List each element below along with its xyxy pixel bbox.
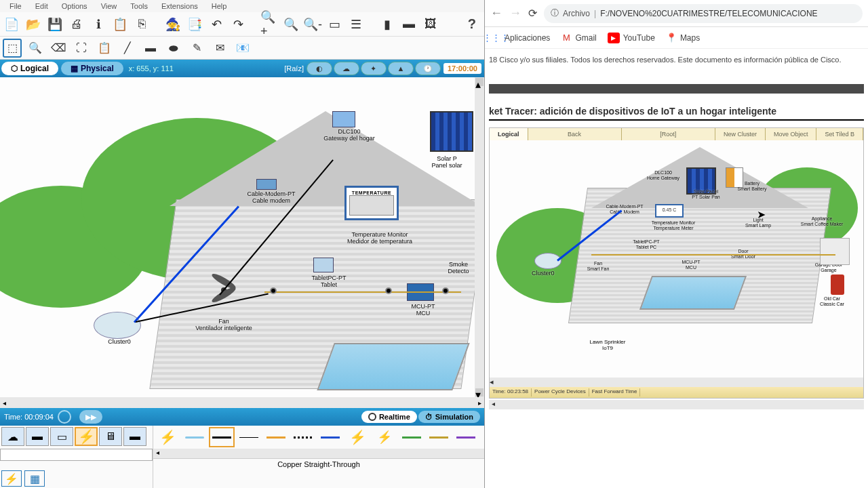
clock-icon[interactable] (58, 410, 71, 424)
env-btn-3[interactable]: ✦ (361, 62, 387, 75)
apps-bookmark[interactable]: ⋮⋮⋮Aplicaciones (490, 33, 550, 43)
layout-icon[interactable]: ☰ (347, 16, 365, 33)
conn-fiber[interactable] (263, 427, 289, 447)
conn-custom[interactable] (453, 427, 479, 447)
conn-coax[interactable] (317, 427, 343, 447)
menu-tools[interactable]: Tools (123, 2, 155, 10)
print-icon[interactable]: 🖨 (68, 16, 85, 33)
draw-ellipse-icon[interactable]: ⬬ (164, 39, 183, 58)
physical-tab[interactable]: ▦Physical (61, 62, 123, 75)
cluster-device[interactable] (94, 312, 141, 339)
resize-icon[interactable]: ⛶ (72, 39, 91, 58)
palette-end[interactable]: 🖥 (99, 427, 122, 446)
delete-icon[interactable]: ⌫ (49, 39, 68, 58)
vertical-scrollbar[interactable]: ▴ ▾ (475, 77, 484, 397)
pdu-open-icon[interactable]: 📧 (233, 39, 252, 58)
select-tool[interactable]: ⬚ (3, 39, 22, 58)
realtime-tab[interactable]: Realtime (361, 411, 417, 423)
fast-forward-button[interactable]: ▶▶ (79, 410, 102, 424)
image-icon[interactable]: 🖼 (422, 16, 439, 33)
env-btn-2[interactable]: ☁ (334, 62, 359, 75)
conn-serial2[interactable]: ⚡ (372, 427, 397, 447)
zoom-reset-icon[interactable]: 🔍 (282, 16, 300, 33)
reload-button[interactable]: ⟳ (528, 7, 537, 20)
palette-connections[interactable]: ⚡ (75, 427, 98, 446)
open-icon[interactable]: 📂 (24, 16, 42, 33)
help-icon[interactable]: ? (468, 16, 481, 32)
gateway-label: DLC100Gateway del hogar (312, 129, 387, 142)
zoom-in-icon[interactable]: 🔍+ (260, 16, 278, 33)
root-label[interactable]: [Raíz] (284, 64, 307, 73)
horizontal-scrollbar[interactable]: ◂▸ (0, 397, 484, 408)
copyright-text: 18 Cisco y/o sus filiales. Todos los der… (489, 56, 864, 64)
activity-icon[interactable]: 📑 (186, 16, 203, 33)
doc-page-scroll[interactable]: ◂ (489, 400, 864, 409)
palette-sub-1[interactable]: ⚡ (1, 470, 22, 487)
conn-phone[interactable] (290, 427, 316, 447)
palette-search-input[interactable] (0, 449, 153, 461)
gateway-device[interactable] (332, 111, 355, 127)
conn-scrollbar[interactable]: ◂ (153, 449, 484, 458)
palette-sub-2[interactable]: ▦ (24, 470, 45, 487)
conn-auto[interactable]: ⚡ (155, 427, 180, 447)
logical-tab[interactable]: ⬡Logical (1, 62, 58, 75)
menu-file[interactable]: File (3, 2, 28, 10)
menu-edit[interactable]: Edit (28, 2, 55, 10)
redo-icon[interactable]: ↷ (229, 16, 247, 33)
tablet-device[interactable] (313, 258, 334, 272)
inspect-icon[interactable]: 🔍 (26, 39, 45, 58)
address-bar[interactable]: ⓘ Archivo | F:/NOVENO%20CUATRIMESTRE/TEL… (544, 4, 863, 23)
conn-copper-cross[interactable] (236, 427, 262, 447)
palette-security[interactable]: ▬ (123, 427, 146, 446)
mcu-label: MCU-PTMCU (403, 304, 443, 317)
menu-options[interactable]: Options (55, 2, 94, 10)
modem-device[interactable] (256, 179, 277, 190)
menu-view[interactable]: View (94, 2, 124, 10)
info-icon[interactable]: ℹ (90, 16, 107, 33)
env-btn-4[interactable]: ▲ (388, 62, 414, 75)
link-dot (385, 287, 392, 294)
temp-monitor-device[interactable]: TEMPERATURE (344, 186, 399, 220)
palette-routers[interactable]: ☁ (1, 427, 24, 446)
pdu-closed-icon[interactable]: ✉ (210, 39, 229, 58)
draw-rect-icon[interactable]: ▬ (141, 39, 160, 58)
palette1-icon[interactable]: ▮ (378, 16, 396, 33)
youtube-bookmark[interactable]: ▶YouTube (608, 33, 655, 43)
env-btn-1[interactable]: ◐ (307, 62, 332, 75)
conn-serial1[interactable]: ⚡ (344, 427, 370, 447)
save-icon[interactable]: 💾 (46, 16, 64, 33)
coords-display: x: 655, y: 111 (129, 64, 174, 73)
conn-octal[interactable] (399, 427, 425, 447)
draw-line-icon[interactable]: ╱ (118, 39, 137, 58)
cluster-label: Cluster0 (99, 339, 140, 346)
copy-icon[interactable]: ⎘ (133, 16, 151, 33)
solar-panel-device[interactable] (430, 111, 473, 152)
wizard-icon[interactable]: 🧙 (164, 16, 182, 33)
doc-tab-root: [Root] (622, 128, 715, 140)
undo-icon[interactable]: ↶ (208, 16, 225, 33)
note-icon[interactable]: 📋 (95, 39, 114, 58)
link-dot (442, 287, 449, 294)
maps-bookmark[interactable]: 📍Maps (666, 33, 700, 43)
gmail-bookmark[interactable]: MGmail (561, 33, 596, 43)
workspace[interactable]: Solar PPanel solar DLC100Gateway del hog… (0, 77, 484, 397)
forward-button[interactable]: → (509, 6, 521, 20)
conn-console[interactable] (182, 427, 208, 447)
zoom-out-icon[interactable]: 🔍- (304, 16, 321, 33)
new-icon[interactable]: 📄 (3, 16, 20, 33)
fullscreen-icon[interactable]: ▭ (326, 16, 343, 33)
palette2-icon[interactable]: ▬ (400, 16, 418, 33)
menu-extensions[interactable]: Extensions (155, 2, 205, 10)
palette-hubs[interactable]: ▭ (50, 427, 73, 446)
menu-help[interactable]: Help (205, 2, 234, 10)
palette-switches[interactable]: ▬ (26, 427, 49, 446)
conn-copper-straight[interactable] (209, 427, 235, 447)
draw-free-icon[interactable]: ✎ (187, 39, 206, 58)
back-button[interactable]: ← (490, 6, 502, 20)
doc-tab-back: Back (528, 128, 622, 140)
conn-usb[interactable] (426, 427, 452, 447)
paste-icon[interactable]: 📋 (111, 16, 129, 33)
env-btn-5[interactable]: 🕐 (415, 62, 441, 75)
connection-row: ⚡ ⚡ ⚡ (153, 426, 484, 449)
simulation-tab[interactable]: ⏱Simulation (418, 411, 480, 423)
